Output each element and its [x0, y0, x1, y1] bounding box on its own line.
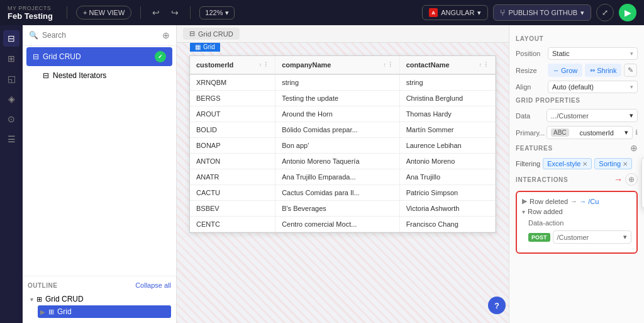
grow-icon: ↔	[553, 67, 559, 74]
cell-customerid: CACTU	[190, 185, 275, 201]
publish-chevron-icon: ▾	[580, 9, 584, 17]
post-path-select[interactable]: /Customer ▾	[553, 230, 631, 244]
cell-companyname: Cactus Comidas para Il...	[275, 185, 399, 201]
sidebar-icon-interactions[interactable]: ⊙	[3, 111, 19, 127]
table-row[interactable]: CACTUCactus Comidas para Il...Patricio S…	[190, 185, 496, 201]
resize-label: Resize	[516, 67, 544, 74]
angular-logo: A	[429, 8, 438, 17]
sidebar-icon-bar: ⊟ ⊞ ◱ ◈ ⊙ ☰	[0, 25, 23, 323]
add-item-button[interactable]: ⊕	[162, 30, 170, 40]
sidebar-icon-assets[interactable]: ◈	[3, 91, 19, 107]
primary-key-row: Primary... ABC customerId ▾ ℹ	[516, 126, 638, 139]
row-deleted-action[interactable]: → /Cu	[579, 198, 599, 205]
data-source-select[interactable]: .../Customer ▾	[547, 109, 638, 122]
primary-key-select[interactable]: ABC customerId ▾	[547, 126, 633, 139]
shrink-button[interactable]: ⇔ Shrink	[585, 64, 621, 77]
outline-sub: ▶ ⊞ Grid	[28, 305, 171, 318]
my-projects-label: MY PROJECTS	[8, 5, 53, 11]
col-companyname-label: companyName	[282, 61, 331, 69]
sorting-tag: Sorting ✕	[594, 158, 632, 169]
search-input[interactable]	[42, 31, 158, 40]
share-button[interactable]: ⤢	[596, 4, 614, 21]
shrink-icon: ⇔	[590, 67, 595, 74]
position-label: Position	[516, 50, 544, 57]
data-action-row: Data-action	[522, 219, 631, 227]
collapse-all-button[interactable]: Collapse all	[135, 281, 171, 289]
table-row[interactable]: BONAPBon app'Laurence Lebihan	[190, 138, 496, 154]
col-menu-icon2[interactable]: ⋮	[387, 62, 393, 68]
help-button[interactable]: ?	[488, 297, 506, 314]
sidebar-icon-layers[interactable]: ◱	[3, 71, 19, 87]
align-label: Align	[516, 83, 544, 91]
position-select[interactable]: Static ▾	[548, 47, 638, 60]
excel-style-remove-icon[interactable]: ✕	[582, 161, 587, 167]
sorting-remove-icon[interactable]: ✕	[623, 161, 628, 167]
interactions-dropdown: Row added Row edited Row deleted	[641, 157, 644, 208]
publish-button[interactable]: ⑂ PUBLISH TO GITHUB ▾	[493, 4, 591, 21]
outline-item-grid-crud[interactable]: ▾ ⊞ Grid CRUD	[28, 293, 171, 305]
topbar: MY PROJECTS Feb Testing + NEW VIEW ↩ ↪ 1…	[0, 0, 644, 25]
add-feature-button[interactable]: ⊕	[630, 143, 638, 153]
tree-item-nested-iterators[interactable]: ⊟ Nested Iterators	[26, 68, 172, 83]
interactions-title: INTERACTIONS	[516, 176, 568, 183]
sort-asc-icon3[interactable]: ↑	[479, 62, 482, 68]
cell-customerid: BSBEV	[190, 201, 275, 217]
data-source-row: Data .../Customer ▾	[516, 109, 638, 122]
cell-customerid: BONAP	[190, 138, 275, 154]
sidebar-icon-settings[interactable]: ☰	[3, 131, 19, 147]
outline-item-grid[interactable]: ▶ ⊞ Grid	[38, 305, 171, 318]
new-view-button[interactable]: + NEW VIEW	[76, 6, 131, 20]
col-customerid-label: customerId	[196, 61, 233, 69]
resize-edit-button[interactable]: ✎	[624, 64, 637, 77]
table-row[interactable]: ANTONAntonio Moreno TaqueríaAntonio More…	[190, 154, 496, 169]
table-row[interactable]: ANATRAna Trujillo Emparada...Ana Trujill…	[190, 169, 496, 185]
table-row[interactable]: BERGSTesting the updateChristina Berglun…	[190, 91, 496, 106]
grow-button[interactable]: ↔ Grow	[548, 64, 582, 77]
col-menu-icon3[interactable]: ⋮	[483, 62, 489, 68]
features-section-title-row: FEATURES ⊕	[516, 143, 638, 153]
table-row[interactable]: CENTCCentro comercial Moct...Francisco C…	[190, 217, 496, 232]
angular-chevron-icon: ▾	[477, 9, 481, 17]
table-body: XRNQBMstringstringBERGSTesting the updat…	[190, 74, 496, 232]
angular-button[interactable]: A ANGULAR ▾	[422, 5, 488, 20]
tree-item-grid-crud[interactable]: ⊟ Grid CRUD ✓	[26, 47, 172, 66]
grid-tag-icon: ▦	[195, 43, 201, 50]
position-chevron-icon: ▾	[630, 50, 633, 57]
grid-tag-label: Grid	[203, 43, 215, 50]
row-deleted-label: Row deleted	[530, 198, 568, 205]
cell-companyname: B's Beverages	[275, 201, 399, 217]
col-contactname-label: contactName	[406, 61, 450, 69]
github-icon: ⑂	[500, 8, 505, 18]
undo-button[interactable]: ↩	[150, 6, 162, 19]
resize-buttons: ↔ Grow ⇔ Shrink ✎	[548, 64, 637, 77]
sidebar-icon-components[interactable]: ⊞	[3, 50, 19, 67]
col-menu-icon[interactable]: ⋮	[263, 62, 269, 68]
table-row[interactable]: AROUTAround the HornThomas Hardy	[190, 106, 496, 122]
table-row[interactable]: BOLIDBólido Comidas prepar...Martín Somm…	[190, 122, 496, 138]
primary-info-icon[interactable]: ℹ	[635, 128, 638, 137]
sort-asc-icon[interactable]: ↑	[259, 62, 262, 68]
run-button[interactable]: ▶	[619, 4, 636, 21]
shrink-label: Shrink	[597, 67, 616, 74]
outline-section: OUTLINE Collapse all ▾ ⊞ Grid CRUD ▶ ⊞ G…	[23, 276, 176, 323]
redo-button[interactable]: ↪	[169, 6, 181, 19]
grid-label-tag: ▦ Grid	[190, 43, 220, 52]
nested-iterators-label: Nested Iterators	[53, 71, 166, 80]
table-row[interactable]: BSBEVB's BeveragesVictoria Ashworth	[190, 201, 496, 217]
cell-contactname: string	[399, 74, 495, 91]
center-panel: ⊟ Grid CRUD ▦ Grid customerId	[177, 25, 509, 323]
sidebar-icon-pages[interactable]: ⊟	[3, 30, 19, 47]
add-interaction-button[interactable]: ⊕	[625, 173, 638, 186]
grid-container: ▦ Grid customerId ↑ ⋮	[189, 55, 496, 233]
sort-asc-icon2[interactable]: ↑	[383, 62, 386, 68]
row-added-header: ▾ Row added	[522, 208, 631, 215]
data-action-label: Data-action	[528, 219, 564, 227]
table-row[interactable]: XRNQBMstringstring	[190, 74, 496, 91]
cell-contactname: Victoria Ashworth	[399, 201, 495, 217]
align-value: Auto (default)	[552, 83, 594, 91]
red-arrow-icon: →	[614, 174, 623, 184]
excel-style-tag: Excel-style ✕	[543, 158, 592, 169]
outline-grid-label: Grid	[57, 307, 72, 316]
align-select[interactable]: Auto (default) ▾	[548, 81, 638, 93]
zoom-button[interactable]: 122% ▾	[199, 6, 234, 20]
